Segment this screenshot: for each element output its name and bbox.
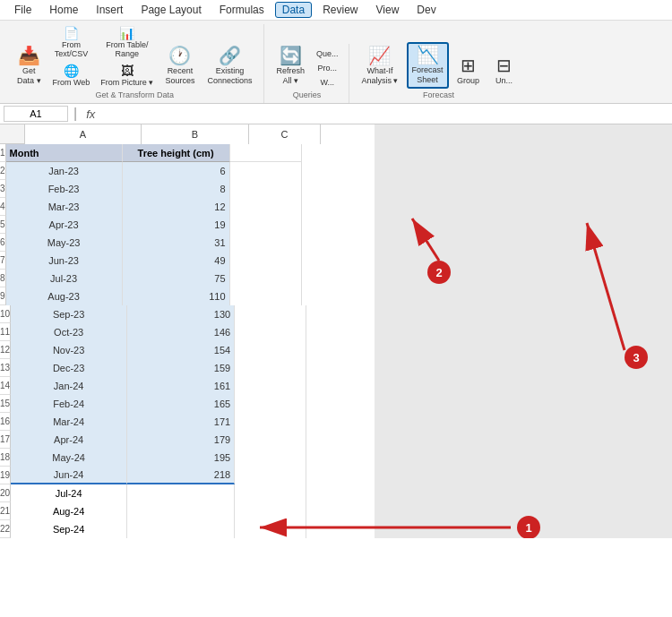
from-picture-button[interactable]: 🖼 From Picture ▾	[97, 62, 157, 89]
cell-b17[interactable]: 179	[127, 431, 235, 449]
cell-b19[interactable]: 218	[127, 467, 235, 484]
cell-b5[interactable]: 19	[123, 216, 230, 234]
cell-c14	[235, 377, 306, 395]
properties-button[interactable]: Pro...	[313, 62, 342, 74]
col-header-a: A	[25, 124, 142, 144]
what-if-icon: 📈	[368, 47, 391, 64]
menu-view[interactable]: View	[369, 2, 407, 18]
cell-a15[interactable]: Feb-24	[11, 395, 127, 413]
edit-links-button[interactable]: W...	[313, 76, 342, 89]
cell-b7[interactable]: 49	[123, 252, 230, 270]
cell-b2[interactable]: 6	[123, 162, 230, 180]
cell-b1[interactable]: Tree height (cm)	[123, 144, 230, 162]
cell-a19[interactable]: Jun-24	[11, 467, 127, 484]
recent-sources-icon: 🕐	[168, 47, 191, 64]
recent-sources-label: RecentSources	[165, 66, 194, 86]
cell-b22[interactable]	[127, 520, 235, 538]
cell-b4[interactable]: 12	[123, 198, 230, 216]
cell-b8[interactable]: 75	[123, 270, 230, 287]
menu-insert[interactable]: Insert	[89, 2, 130, 18]
cell-b13[interactable]: 159	[127, 359, 235, 377]
cell-a10[interactable]: Sep-23	[11, 305, 127, 323]
cell-b6[interactable]: 31	[123, 234, 230, 252]
ribbon-group-forecast: 📈 What-IfAnalysis ▾ 📉 ForecastSheet ⊞ Gr…	[349, 42, 527, 103]
cell-c7	[230, 252, 302, 270]
cell-b12[interactable]: 154	[127, 341, 235, 359]
cell-c1[interactable]	[230, 144, 302, 162]
cell-c17	[235, 431, 306, 449]
menu-data[interactable]: Data	[275, 2, 312, 18]
table-row: 16 Mar-24 171	[0, 413, 321, 431]
formula-fx-icon: fx	[86, 107, 95, 121]
menu-page-layout[interactable]: Page Layout	[134, 2, 208, 18]
cell-a7[interactable]: Jun-23	[6, 252, 123, 270]
cell-c12	[235, 341, 306, 359]
cell-c18	[235, 449, 306, 467]
cell-b21[interactable]	[127, 502, 235, 520]
cell-a6[interactable]: May-23	[6, 234, 123, 252]
cell-a22[interactable]: Sep-24	[11, 520, 127, 538]
row-num-20: 20	[0, 484, 11, 502]
formula-input[interactable]: Month	[102, 108, 668, 119]
existing-connections-label: ExistingConnections	[207, 66, 252, 86]
cell-b10[interactable]: 130	[127, 305, 235, 323]
cell-a12[interactable]: Nov-23	[11, 341, 127, 359]
cell-a11[interactable]: Oct-23	[11, 323, 127, 341]
table-row: 3 Feb-23 8	[0, 180, 321, 198]
queries-connections-button[interactable]: Que...	[313, 47, 342, 60]
what-if-analysis-button[interactable]: 📈 What-IfAnalysis ▾	[357, 44, 402, 89]
cell-a16[interactable]: Mar-24	[11, 413, 127, 431]
from-text-csv-button[interactable]: 📄 FromText/CSV	[49, 24, 94, 60]
row-num-16: 16	[0, 413, 11, 431]
menu-formulas[interactable]: Formulas	[212, 2, 271, 18]
cell-b9[interactable]: 110	[123, 287, 230, 305]
cell-c20	[235, 484, 306, 502]
existing-connections-icon: 🔗	[219, 47, 241, 64]
menu-review[interactable]: Review	[315, 2, 365, 18]
cell-b20[interactable]	[127, 484, 235, 502]
cell-b15[interactable]: 165	[127, 395, 235, 413]
group-button[interactable]: ⊞ Group	[452, 54, 485, 89]
table-row: 7 Jun-23 49	[0, 252, 321, 270]
cell-b14[interactable]: 161	[127, 377, 235, 395]
forecast-sheet-button[interactable]: 📉 ForecastSheet	[407, 42, 449, 89]
cell-b18[interactable]: 195	[127, 449, 235, 467]
from-table-range-button[interactable]: 📊 From Table/Range	[97, 24, 157, 60]
cell-a8[interactable]: Jul-23	[6, 270, 123, 287]
cell-a20[interactable]: Jul-24	[11, 484, 127, 502]
cell-a2[interactable]: Jan-23	[6, 162, 123, 180]
cell-b11[interactable]: 146	[127, 323, 235, 341]
row-num-18: 18	[0, 449, 11, 467]
cell-c15	[235, 395, 306, 413]
cell-a21[interactable]: Aug-24	[11, 502, 127, 520]
get-data-button[interactable]: 📥 GetData ▾	[13, 44, 46, 89]
from-web-button[interactable]: 🌐 From Web	[49, 62, 94, 89]
cell-b3[interactable]: 8	[123, 180, 230, 198]
ungroup-button[interactable]: ⊟ Un...	[488, 54, 521, 89]
group-icon: ⊞	[461, 56, 476, 74]
cell-a13[interactable]: Dec-23	[11, 359, 127, 377]
cell-a5[interactable]: Apr-23	[6, 216, 123, 234]
menu-home[interactable]: Home	[42, 2, 85, 18]
cell-a3[interactable]: Feb-23	[6, 180, 123, 198]
ungroup-label: Un...	[495, 76, 513, 86]
refresh-all-button[interactable]: 🔄 RefreshAll ▾	[271, 44, 309, 89]
table-row: 14 Jan-24 161	[0, 377, 321, 395]
cell-reference-input[interactable]	[4, 106, 68, 122]
recent-sources-button[interactable]: 🕐 RecentSources	[160, 44, 199, 89]
menu-dev[interactable]: Dev	[409, 2, 443, 18]
cell-a14[interactable]: Jan-24	[11, 377, 127, 395]
cell-a18[interactable]: May-24	[11, 449, 127, 467]
table-row: 5 Apr-23 19	[0, 216, 321, 234]
row-num-22: 22	[0, 520, 11, 538]
cell-c22	[235, 520, 306, 538]
cell-a9[interactable]: Aug-23	[6, 287, 123, 305]
existing-connections-button[interactable]: 🔗 ExistingConnections	[202, 44, 256, 89]
cell-b16[interactable]: 171	[127, 413, 235, 431]
cell-a17[interactable]: Apr-24	[11, 431, 127, 449]
from-web-icon: 🌐	[64, 64, 79, 78]
cell-a4[interactable]: Mar-23	[6, 198, 123, 216]
cell-a1[interactable]: Month	[6, 144, 123, 162]
menu-file[interactable]: File	[7, 2, 39, 18]
cell-c13	[235, 359, 306, 377]
